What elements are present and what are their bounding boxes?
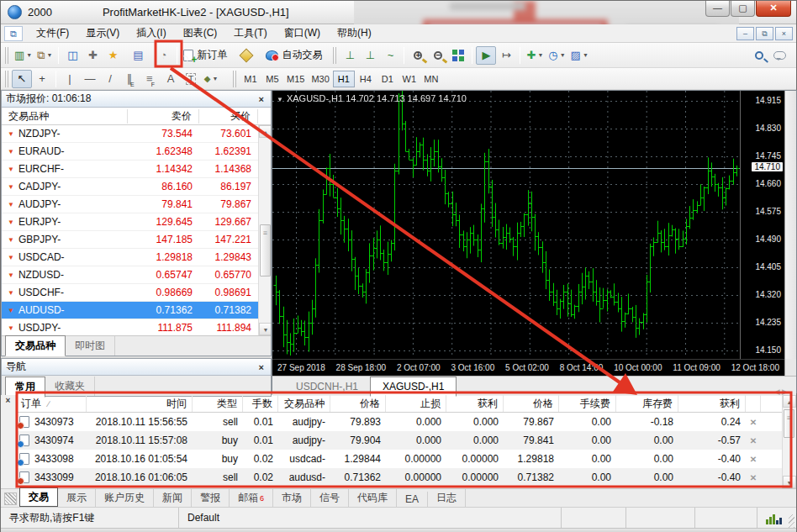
period-H4[interactable]: H4 xyxy=(355,71,377,87)
periods-button[interactable]: ◷▼ xyxy=(546,46,567,65)
new-chart-button[interactable]: ▥▼ xyxy=(12,46,34,65)
period-M30[interactable]: M30 xyxy=(308,71,332,87)
strategy-tester-button[interactable]: ◔ xyxy=(153,46,173,65)
system-menu-icon[interactable]: ⧉ xyxy=(4,26,23,41)
search-button[interactable] xyxy=(749,46,769,65)
chart-tab[interactable]: USDCNH-,H1 xyxy=(284,377,370,396)
market-watch-row[interactable]: ▼NZDJPY-73.54473.601 xyxy=(2,125,258,143)
maximize-button[interactable]: ▢ xyxy=(731,1,755,17)
market-watch-row[interactable]: ▼AUDJPY-79.84179.867 xyxy=(2,196,258,213)
menu-文[interactable]: 文件(F) xyxy=(28,24,77,42)
market-watch-tab[interactable]: 交易品种 xyxy=(5,335,66,356)
orders-column-5[interactable]: 价格 xyxy=(330,395,386,412)
new-order-button[interactable]: + 新订单 xyxy=(181,46,230,65)
period-M15[interactable]: M15 xyxy=(283,71,308,87)
indicators-button[interactable]: ✚▼ xyxy=(524,46,546,65)
column-symbol[interactable]: 交易品种 xyxy=(2,109,128,124)
child-restore-button[interactable]: ⧉ xyxy=(756,27,773,40)
terminal-tab-信号[interactable]: 信号 xyxy=(311,489,349,507)
market-watch-row[interactable]: ▼USDJPY-111.875111.894 xyxy=(2,319,258,335)
scroll-thumb[interactable] xyxy=(784,409,794,438)
terminal-tab-警报[interactable]: 警报 xyxy=(192,489,230,507)
terminal-button[interactable]: ▤ xyxy=(128,46,148,65)
toolbar-grip[interactable] xyxy=(233,71,237,87)
toolbar-grip[interactable] xyxy=(333,47,337,64)
order-row[interactable]: 34330982018.10.16 01:05:54buy0.02usdcad-… xyxy=(16,450,782,468)
order-row[interactable]: 34330992018.10.16 01:06:05sell0.02audusd… xyxy=(16,468,782,487)
auto-scroll-button[interactable]: ▶ xyxy=(476,46,496,65)
candle-mode-button[interactable]: ⊥ xyxy=(360,46,380,65)
tile-windows-button[interactable] xyxy=(448,46,468,65)
market-watch-row[interactable]: ▼NZDUSD-0.657470.65770 xyxy=(2,266,258,284)
terminal-tab-邮箱[interactable]: 邮箱6 xyxy=(230,489,273,507)
terminal-tab-市场[interactable]: 市场 xyxy=(273,489,311,507)
autotrading-button[interactable]: 自动交易 xyxy=(263,46,325,65)
menu-帮[interactable]: 帮助(H) xyxy=(329,24,380,42)
terminal-tab-交易[interactable]: 交易 xyxy=(19,487,58,507)
orders-column-6[interactable]: 止损 xyxy=(386,395,446,412)
terminal-tab-EA[interactable]: EA xyxy=(397,492,428,507)
scroll-up-icon[interactable]: ▲ xyxy=(259,125,271,138)
order-row[interactable]: 34309732018.10.11 15:56:55sell0.01audjpy… xyxy=(16,413,782,431)
chart-canvas[interactable] xyxy=(272,91,740,356)
zoom-in-button[interactable] xyxy=(408,46,428,65)
bar-chart-mode-button[interactable]: ⊥ xyxy=(340,46,360,65)
arrows-button[interactable]: ◆▼ xyxy=(201,70,221,88)
orders-column-4[interactable]: 交易品种 xyxy=(278,395,330,412)
terminal-tab-日志[interactable]: 日志 xyxy=(428,489,466,507)
orders-column-10[interactable]: 库存费 xyxy=(616,395,678,412)
terminal-tab-账户历史[interactable]: 账户历史 xyxy=(96,489,154,507)
templates-button[interactable]: ▨▼ xyxy=(568,46,591,65)
toolbar-grip[interactable] xyxy=(5,71,9,87)
text-button[interactable]: A xyxy=(161,70,181,88)
terminal-tab-展示[interactable]: 展示 xyxy=(58,489,96,507)
navigator-button[interactable]: ★ xyxy=(103,46,123,65)
order-close-icon[interactable]: ✕ xyxy=(746,473,761,482)
menu-窗[interactable]: 窗口(W) xyxy=(276,24,329,42)
orders-column-8[interactable]: 价格 xyxy=(504,395,559,412)
terminal-grip-icon[interactable] xyxy=(4,492,17,505)
order-close-icon[interactable]: ✕ xyxy=(746,436,761,445)
navigator-close-icon[interactable]: × xyxy=(256,362,267,372)
orders-column-11[interactable]: 获利 xyxy=(678,395,746,412)
terminal-tab-代码库[interactable]: 代码库 xyxy=(349,489,397,507)
period-W1[interactable]: W1 xyxy=(398,71,420,87)
scroll-down-icon[interactable]: ▼ xyxy=(259,323,271,335)
orders-column-0[interactable]: 订单∕ xyxy=(16,395,87,412)
child-minimize-button[interactable]: – xyxy=(736,27,754,40)
market-watch-close-icon[interactable]: × xyxy=(256,94,267,104)
market-watch-button[interactable]: ◫ xyxy=(62,46,82,65)
data-window-button[interactable]: ✚ xyxy=(82,46,103,65)
period-M5[interactable]: M5 xyxy=(261,71,283,87)
period-MN[interactable]: MN xyxy=(420,71,442,87)
market-watch-row[interactable]: ▼USDCHF-0.986690.98691 xyxy=(2,284,258,302)
orders-column-3[interactable]: 手数 xyxy=(243,395,278,412)
column-bid[interactable]: 卖价 xyxy=(128,109,199,124)
terminal-scrollbar[interactable]: ▲ ▼ xyxy=(782,395,796,488)
horizontal-line-button[interactable]: — xyxy=(80,70,100,88)
market-watch-tab[interactable]: 即时图 xyxy=(66,336,115,356)
line-mode-button[interactable]: ~ xyxy=(380,46,400,65)
status-profile[interactable]: Default xyxy=(179,508,562,528)
profiles-button[interactable]: ⧉▼ xyxy=(34,46,55,65)
market-watch-row[interactable]: ▼AUDUSD-0.713620.71382 xyxy=(2,302,258,319)
order-close-icon[interactable]: ✕ xyxy=(746,455,761,464)
menu-工[interactable]: 工具(T) xyxy=(225,24,275,42)
order-row[interactable]: 34309742018.10.11 15:57:08buy0.01audjpy-… xyxy=(16,431,782,450)
scroll-down-icon[interactable]: ▼ xyxy=(783,476,796,488)
child-close-button[interactable]: × xyxy=(775,27,793,40)
chart-collapse-icon[interactable]: ▼ xyxy=(277,96,283,103)
period-H1[interactable]: H1 xyxy=(333,71,355,87)
cursor-tool-button[interactable]: ↖ xyxy=(12,70,32,88)
orders-column-2[interactable]: 类型 xyxy=(193,395,243,412)
fibonacci-button[interactable]: ≡F xyxy=(140,70,161,88)
scroll-up-icon[interactable]: ▲ xyxy=(783,395,796,408)
crosshair-tool-button[interactable]: + xyxy=(32,70,52,88)
period-D1[interactable]: D1 xyxy=(377,71,398,87)
terminal-tab-新闻[interactable]: 新闻 xyxy=(154,489,192,507)
orders-column-1[interactable]: 时间 xyxy=(87,395,193,412)
order-close-icon[interactable]: ✕ xyxy=(746,418,761,427)
close-button[interactable]: ✕ xyxy=(756,1,791,17)
scroll-thumb[interactable] xyxy=(260,224,271,277)
period-M1[interactable]: M1 xyxy=(240,71,261,87)
